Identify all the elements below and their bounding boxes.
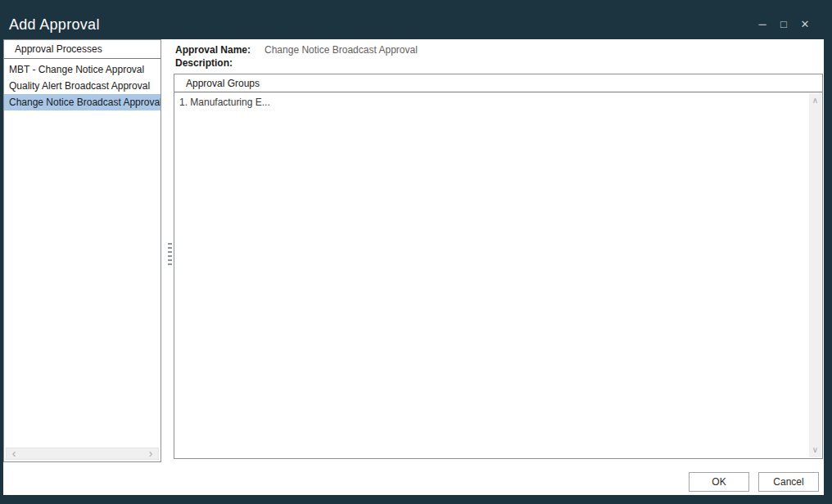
scroll-left-icon[interactable]: ‹	[8, 448, 20, 460]
approval-name-label: Approval Name:	[175, 44, 251, 56]
approval-name-row: Approval Name:Change Notice Broadcast Ap…	[175, 43, 418, 56]
scroll-right-icon[interactable]: ›	[145, 448, 156, 460]
ok-button[interactable]: OK	[689, 472, 749, 492]
approval-details: Approval Name:Change Notice Broadcast Ap…	[175, 43, 418, 70]
window-title: Add Approval	[9, 16, 100, 34]
dialog-content: Approval Processes MBT - Change Notice A…	[3, 39, 824, 495]
description-row: Description:	[175, 56, 418, 70]
approval-processes-list: MBT - Change Notice Approval Quality Ale…	[4, 59, 161, 110]
scroll-down-icon[interactable]: ∨	[809, 445, 821, 455]
window-controls: ─ □ ✕	[757, 19, 811, 30]
minimize-icon[interactable]: ─	[757, 19, 768, 30]
list-item[interactable]: Quality Alert Broadcast Approval	[4, 78, 161, 94]
description-label: Description:	[175, 57, 233, 69]
maximize-icon[interactable]: □	[778, 19, 789, 30]
list-item[interactable]: Change Notice Broadcast Approval	[4, 94, 161, 110]
approval-groups-header: Approval Groups	[174, 74, 822, 92]
scroll-up-icon[interactable]: ∧	[809, 96, 821, 106]
approval-processes-header: Approval Processes	[4, 40, 161, 59]
list-item[interactable]: 1. Manufacturing E...	[174, 96, 822, 110]
close-icon[interactable]: ✕	[799, 19, 811, 30]
approval-groups-panel: Approval Groups 1. Manufacturing E... ∧ …	[174, 74, 823, 459]
approval-name-value: Change Notice Broadcast Approval	[265, 44, 418, 56]
vertical-scrollbar[interactable]: ∧ ∨	[809, 93, 821, 457]
add-approval-dialog: Add Approval ─ □ ✕ Approval Processes MB…	[0, 0, 832, 504]
horizontal-scrollbar[interactable]: ‹ ›	[6, 448, 159, 460]
approval-processes-panel: Approval Processes MBT - Change Notice A…	[3, 39, 161, 462]
titlebar: Add Approval ─ □ ✕	[0, 0, 832, 39]
panel-splitter[interactable]	[166, 39, 174, 462]
cancel-button[interactable]: Cancel	[758, 472, 819, 492]
list-item[interactable]: MBT - Change Notice Approval	[4, 61, 161, 78]
